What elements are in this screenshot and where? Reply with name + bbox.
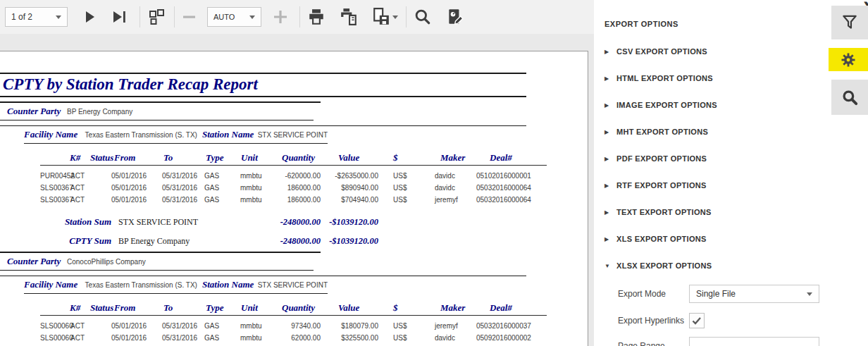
export-mode-label: Export Mode <box>618 289 689 299</box>
cell-status: ACT <box>70 322 111 330</box>
printer-icon <box>307 8 326 26</box>
export-group-header[interactable]: ▼ XLSX EXPORT OPTIONS <box>604 252 831 279</box>
counter-party-value: ConocoPhillips Company <box>67 258 146 266</box>
cell-maker: davidc <box>435 334 476 342</box>
cell-type: GAS <box>204 334 240 342</box>
toolbar-divider <box>174 6 175 27</box>
facility-row: Facility Name Texas Eastern Transmission… <box>24 279 328 294</box>
cell-from: 05/01/2016 <box>111 184 162 192</box>
plus-icon <box>272 8 289 25</box>
export-group-header[interactable]: ▶ RTF EXPORT OPTIONS <box>604 172 831 199</box>
column-header: Quantity <box>278 152 321 166</box>
cell-quantity: 62000.00 <box>278 334 321 342</box>
divider <box>0 276 526 276</box>
table-row: SLS00060 ACT 05/01/2016 05/31/2016 GAS m… <box>40 320 588 332</box>
column-header: Status <box>70 302 111 316</box>
cell-status: ACT <box>70 196 111 204</box>
export-group-header[interactable]: ▶ TEXT EXPORT OPTIONS <box>604 199 831 225</box>
column-header: From <box>111 302 162 316</box>
cell-k: SLS00367 <box>40 184 70 192</box>
column-header: To <box>162 152 204 166</box>
counter-party-row: Counter Party BP Energy Company <box>7 106 588 117</box>
export-button[interactable] <box>369 5 400 29</box>
print-button[interactable] <box>304 5 328 29</box>
expander-triangle-icon: ▶ <box>604 236 612 242</box>
search-button[interactable] <box>411 5 435 29</box>
zoom-level-dropdown[interactable]: AUTO <box>207 7 261 27</box>
divider <box>0 101 321 103</box>
search-tab[interactable] <box>831 80 868 115</box>
cell-k: SLS00367 <box>40 196 70 204</box>
next-page-button[interactable] <box>78 5 101 29</box>
export-group-header[interactable]: ▶ XLS EXPORT OPTIONS <box>604 225 831 252</box>
panel-title: EXPORT OPTIONS <box>604 20 831 28</box>
export-hyperlinks-label: Export Hyperlinks <box>618 316 689 326</box>
cell-value: -$2635000.00 <box>321 172 378 180</box>
cell-from: 05/01/2016 <box>111 334 162 342</box>
cell-unit: mmbtu <box>240 196 278 204</box>
station-sum-label: Station Sum <box>40 216 111 228</box>
editing-fields-button[interactable] <box>443 5 467 29</box>
cell-maker: davidc <box>435 172 476 180</box>
multipage-toggle-button[interactable] <box>144 5 168 29</box>
cell-type: GAS <box>204 196 240 204</box>
export-group-header[interactable]: ▶ MHT EXPORT OPTIONS <box>604 118 831 145</box>
column-header: $ <box>378 152 435 166</box>
report-section: Counter Party ConocoPhillips Company Fac… <box>0 252 588 346</box>
cell-from: 05/01/2016 <box>111 322 162 330</box>
cell-status: ACT <box>70 184 111 192</box>
cell-k: PUR00452 <box>40 172 70 180</box>
table-header-row: K#StatusFromToTypeUnitQuantityValue$Make… <box>40 152 588 166</box>
table-row: SLS00367 ACT 05/01/2016 05/31/2016 GAS m… <box>40 182 588 194</box>
cell-deal: 05032016000037 <box>476 322 547 330</box>
export-group-label: CSV EXPORT OPTIONS <box>616 47 707 56</box>
export-options-tab-active[interactable] <box>829 48 868 71</box>
divider <box>0 270 314 271</box>
chevron-down-icon <box>249 16 255 19</box>
station-name-value: STX SERVICE POINT <box>258 131 328 139</box>
expander-triangle-icon: ▶ <box>604 102 612 109</box>
cell-deal: 05092016000002 <box>476 334 547 342</box>
parameters-tab[interactable] <box>831 6 868 39</box>
column-header: Deal# <box>476 302 547 316</box>
chevron-down-icon <box>392 16 398 19</box>
export-group-header[interactable]: ▶ CSV EXPORT OPTIONS <box>604 38 831 65</box>
divider <box>0 125 526 126</box>
export-mode-select[interactable]: Single File <box>689 285 819 303</box>
report-page: CPTY by Station Trader Recap Report Coun… <box>0 51 588 346</box>
export-group-label: PDF EXPORT OPTIONS <box>616 154 707 163</box>
table-row: SLS00367 ACT 05/01/2016 05/31/2016 GAS m… <box>40 194 588 206</box>
filter-icon <box>841 13 859 32</box>
toolbar-divider <box>406 6 407 27</box>
print-page-button[interactable] <box>337 5 361 29</box>
minus-icon <box>181 8 198 25</box>
export-groups-list: ▶ CSV EXPORT OPTIONS ▶ HTML EXPORT OPTIO… <box>604 38 831 279</box>
export-hyperlinks-row: Export Hyperlinks <box>604 313 831 328</box>
toolbar-divider <box>299 6 300 27</box>
cell-to: 05/31/2016 <box>162 196 204 204</box>
page-range-input[interactable] <box>689 337 819 346</box>
cell-value: $325500.00 <box>321 334 378 342</box>
expander-triangle-icon: ▶ <box>604 49 612 55</box>
cell-currency: US$ <box>378 322 435 330</box>
cell-k: SLS00060 <box>40 322 70 330</box>
cell-from: 05/01/2016 <box>111 172 162 180</box>
page-selector-dropdown[interactable]: 1 of 2 <box>5 7 68 27</box>
export-hyperlinks-checkbox[interactable] <box>689 313 705 328</box>
report-viewer-area: 1 of 2 AUTO <box>0 0 594 346</box>
viewer-toolbar: 1 of 2 AUTO <box>0 0 594 34</box>
zoom-out-button[interactable] <box>178 5 202 29</box>
page-selector-value: 1 of 2 <box>11 12 32 22</box>
facility-name-value: Texas Eastern Transmission (S. TX) <box>85 131 202 139</box>
export-group-header[interactable]: ▶ PDF EXPORT OPTIONS <box>604 145 831 172</box>
last-page-button[interactable] <box>107 5 131 29</box>
column-header: Type <box>204 152 240 166</box>
export-group-header[interactable]: ▶ IMAGE EXPORT OPTIONS <box>604 92 831 118</box>
edit-document-icon <box>446 8 464 26</box>
cell-deal: 05032016000064 <box>476 184 547 192</box>
zoom-level-value: AUTO <box>213 13 235 21</box>
zoom-in-button[interactable] <box>268 5 292 29</box>
cell-unit: mmbtu <box>240 184 278 192</box>
cell-quantity: -620000.00 <box>278 172 321 180</box>
export-group-header[interactable]: ▶ HTML EXPORT OPTIONS <box>604 65 831 92</box>
